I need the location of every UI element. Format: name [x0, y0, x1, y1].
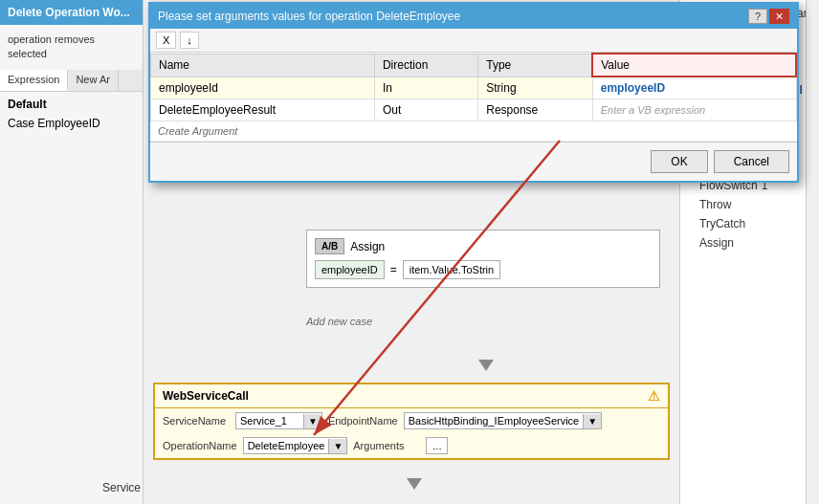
modal-footer: OK Cancel: [150, 142, 797, 181]
modal-dialog: Please set arguments values for operatio…: [148, 2, 799, 183]
tab-row: Expression New Ar: [0, 70, 143, 92]
modal-toolbar-x[interactable]: X: [156, 32, 176, 49]
col-name: Name: [151, 54, 375, 77]
modal-close-buttons: ? ✕: [748, 9, 789, 24]
cell-type-employee: String: [478, 77, 593, 99]
modal-toolbar: X ↓: [150, 29, 797, 53]
col-direction: Direction: [374, 54, 477, 77]
cell-value-employee[interactable]: employeeID: [592, 77, 796, 99]
table-row-employee: employeeId In String employeeID: [151, 77, 797, 99]
col-value: Value: [592, 54, 796, 77]
cell-value-result[interactable]: Enter a VB expression: [592, 99, 796, 121]
modal-close-button[interactable]: ✕: [769, 9, 789, 24]
tab-expression[interactable]: Expression: [0, 70, 68, 91]
value-placeholder-result: Enter a VB expression: [601, 104, 705, 116]
ok-button[interactable]: OK: [651, 150, 707, 173]
col-type: Type: [478, 54, 593, 77]
modal-help-button[interactable]: ?: [748, 9, 767, 24]
left-panel: Delete Operation Wo... operation removes…: [0, 0, 144, 504]
table-row-result: DeleteEmployeeResult Out Response Enter …: [151, 99, 797, 121]
left-section: Default Case EmployeeID: [0, 92, 143, 138]
cell-dir-result: Out: [374, 99, 477, 121]
modal-table: Name Direction Type Value employeeId In …: [150, 53, 797, 121]
service-label: Service: [102, 481, 141, 494]
cell-name-result: DeleteEmployeeResult: [151, 99, 375, 121]
default-label: Default: [8, 98, 135, 111]
left-panel-title: Delete Operation Wo...: [0, 0, 143, 25]
left-panel-text: operation removes selected: [0, 25, 143, 70]
modal-titlebar: Please set arguments values for operatio…: [150, 4, 797, 29]
cell-type-result: Response: [478, 99, 593, 121]
modal-title: Please set arguments values for operatio…: [158, 10, 460, 23]
value-input-employee: employeeID: [601, 81, 665, 95]
case-row: Case EmployeeID: [8, 115, 135, 132]
cancel-button[interactable]: Cancel: [714, 150, 789, 173]
modal-toolbar-down[interactable]: ↓: [180, 32, 199, 49]
cell-dir-employee: In: [374, 77, 477, 99]
cell-name-employee: employeeId: [151, 77, 375, 99]
modal-overlay: Please set arguments values for operatio…: [144, 0, 813, 504]
tab-new-ar[interactable]: New Ar: [68, 70, 118, 91]
create-arg-link[interactable]: Create Argument: [150, 121, 797, 142]
